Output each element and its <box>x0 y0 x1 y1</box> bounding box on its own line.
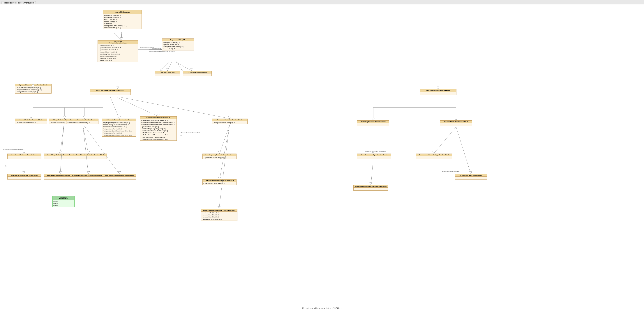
overcurrent-box: OverCurrentProtectionFunctionBlock <box>7 154 42 159</box>
current-protection-title: CurrentProtectionFunctionBlock <box>19 119 42 121</box>
identified-object-body: + aliasName: String [0..1] + description… <box>103 14 142 29</box>
overload-title: OverLoadProtectionFunctionBlock <box>444 121 468 122</box>
overcurrent-type-title: OverCurrentTypeFunctionBlock <box>460 174 482 176</box>
ground-direction-body <box>102 176 136 179</box>
svg-marker-72 <box>370 182 372 185</box>
proprietary-timer-value-title: ProprietaryTimerValue <box>160 71 175 73</box>
temperature-calculation-body <box>416 156 452 159</box>
diagram-tab[interactable]: class ProtectionFunctionInheritance3 <box>2 1 36 4</box>
svg-marker-20 <box>166 69 168 71</box>
protection-function-block-body: + normal: Boolean [0..1] + operateDelaTi… <box>98 44 138 62</box>
proprietary-threshold-value-body <box>183 74 212 76</box>
svg-line-66 <box>219 125 230 209</box>
undercurrent-title: UnderCurrentProtectionFunctionBlock <box>11 174 38 176</box>
svg-text:+DistanceProtectionFunctionBlo: +DistanceProtectionFunctionBlock <box>180 132 200 134</box>
wide-area-header: WideAreaProtectionFunctionBlock <box>420 89 456 92</box>
tab-bar: class ProtectionFunctionInheritance3 <box>0 0 644 4</box>
svg-line-21 <box>175 62 192 71</box>
svg-marker-38 <box>63 116 66 118</box>
svg-marker-6 <box>160 68 162 71</box>
proprietary-setting-value-box: ProprietarySettingValue + multiplier: Mu… <box>162 38 194 50</box>
svg-line-71 <box>371 162 373 185</box>
underfrequency-body: + operateValue: Frequency [0..1] <box>203 182 236 185</box>
overcurrent-type-body <box>455 176 487 179</box>
identified-object-header: Identity Core::IdentifiedObject <box>103 10 142 14</box>
direction-kind-body: literals forward reverse <box>53 200 74 207</box>
overcurrent-title: OverCurrentProtectionFunctionBlock <box>11 154 37 156</box>
undercurrent-header: UnderCurrentProtectionFunctionBlock <box>8 174 41 176</box>
rate-of-change-header: RateOfChangeOfFrequencyProtectionFunctio… <box>201 209 237 212</box>
svg-line-19 <box>168 62 172 71</box>
current-protection-body: + operateValue: CurrentFlow [0..1] <box>15 121 47 124</box>
svg-text:+ProprietarySettingValue: +ProprietarySettingValue <box>147 50 162 52</box>
svg-marker-46 <box>228 116 231 118</box>
identified-object-stereotype: Identity <box>104 10 141 12</box>
current-protection-header: CurrentProtectionFunctionBlock <box>15 119 47 121</box>
distance-protection-box: DistanceProtectionFunctionBlock + charac… <box>140 116 177 141</box>
svg-marker-55 <box>59 172 62 174</box>
frequency-protection-box: FrequencyProtectionFunctionBlock + volta… <box>212 118 248 124</box>
attr-shortName: + shortName: String [0..1] <box>104 27 141 29</box>
svg-text:+ProtectionFunctionBlock: +ProtectionFunctionBlock <box>140 47 154 48</box>
differential-protection-title: DifferentialProtectionFunctionBlock <box>106 119 132 121</box>
undercurrent-body <box>8 176 41 179</box>
svg-line-43 <box>117 98 158 116</box>
overload-box: OverLoadProtectionFunctionBlock <box>440 120 472 126</box>
svg-marker-63 <box>218 151 221 154</box>
ground-direction-title: GroundDirectionProtectionFunctionBlock <box>104 174 134 176</box>
svg-marker-40 <box>84 116 86 118</box>
current-protection-box: CurrentProtectionFunctionBlock + operate… <box>15 118 47 124</box>
svg-marker-76 <box>470 172 472 174</box>
proprietary-setting-value-header: ProprietarySettingValue <box>162 39 194 41</box>
svg-marker-83 <box>372 118 374 120</box>
svg-marker-67 <box>218 206 220 209</box>
frequency-protection-title: FrequencyProtectionFunctionBlock <box>217 119 242 121</box>
underfrequency-box: UnderFrequencyProtectionFunctionBlock + … <box>202 179 236 185</box>
overpower-direction-title: OverPowerDirectionProtectionFunctionBloc… <box>72 154 104 156</box>
svg-marker-59 <box>87 172 90 174</box>
synchro-check-box: SynchroCheckProtectionFunctionBlock + an… <box>15 84 52 94</box>
fault-clearance-title: FaultClearanceProtectionFunctionBlock <box>96 90 124 91</box>
svg-marker-86 <box>455 118 457 120</box>
wide-area-title: WideAreaProtectionFunctionBlock <box>426 90 450 91</box>
overcurrent-body <box>8 156 41 159</box>
attr-mRID: + mRID: String [0..1] <box>104 18 141 20</box>
underpower-direction-box: UnderPowerDirectionProtectionFunctionBlo… <box>70 174 107 180</box>
direction-kind-box: «enumeration» DirectionKind literals for… <box>52 196 74 207</box>
svg-line-75 <box>456 127 471 174</box>
overfrequency-body: + operateValue: Frequency [0..1] <box>203 156 236 159</box>
svg-marker-69 <box>372 151 374 154</box>
differential-protection-box: DifferentialProtectionFunctionBlock + hi… <box>102 118 136 136</box>
differential-protection-body: + highOperatingValue: CurrentFlow [0..1]… <box>102 121 136 136</box>
svg-marker-42 <box>118 116 120 118</box>
rate-of-change-title: RateOfChangeOfFrequencyProtectionFunctio… <box>203 209 236 211</box>
direction-kind-stereotype: «enumeration» <box>54 196 74 198</box>
directional-protection-box: DirectionalProtectionFunctionBlock + dir… <box>66 118 98 124</box>
svg-marker-18 <box>160 49 162 50</box>
footer-text: Reproduced with the permission of UCAIug… <box>0 307 644 309</box>
svg-line-56 <box>83 125 88 154</box>
wide-area-box: WideAreaProtectionFunctionBlock <box>420 89 456 95</box>
overcurrent-type-header: OverCurrentTypeFunctionBlock <box>455 174 487 176</box>
svg-line-7 <box>177 62 182 71</box>
protection-function-block-header: FunctionBlock ProtectionFunctionBlock <box>98 40 138 44</box>
synchro-check-header: SynchroCheckProtectionFunctionBlock <box>15 84 51 86</box>
impedance-locus-title: ImpedanceLocusTypeFunctionBlock <box>361 154 387 156</box>
distance-protection-header: DistanceProtectionFunctionBlock <box>140 116 176 119</box>
proprietary-timer-value-body <box>155 74 180 76</box>
proprietary-threshold-value-box: ProprietaryThresholdvalue <box>183 71 212 76</box>
overfrequency-box: OverFrequencyProtectionFunctionBlock + o… <box>202 154 236 159</box>
svg-text:0..*: 0..* <box>5 165 7 167</box>
rate-of-change-box: RateOfChangeOfFrequencyProtectionFunctio… <box>200 209 238 221</box>
rate-of-change-body: + multiplier: Multiplier [0..1] + operat… <box>201 212 237 220</box>
out-of-step-box: OutOfStepProtectionFunctionBlock <box>357 120 389 126</box>
impedance-locus-body <box>357 156 391 159</box>
underfrequency-header: UnderFrequencyProtectionFunctionBlock <box>203 180 236 182</box>
proprietary-timer-value-header: ProprietaryTimerValue <box>155 71 180 74</box>
temperature-calculation-header: TemperatureCalculationTypeFunctionBlock <box>416 154 452 156</box>
undervoltage-title: UnderVoltageProtectionFunctionBlock <box>47 174 74 176</box>
overload-header: OverLoadProtectionFunctionBlock <box>440 120 472 123</box>
directional-protection-title: DirectionalProtectionFunctionBlock <box>70 119 95 121</box>
fault-clearance-header: FaultClearanceProtectionFunctionBlock <box>90 89 130 92</box>
protection-function-block-box: FunctionBlock ProtectionFunctionBlock + … <box>98 40 138 62</box>
